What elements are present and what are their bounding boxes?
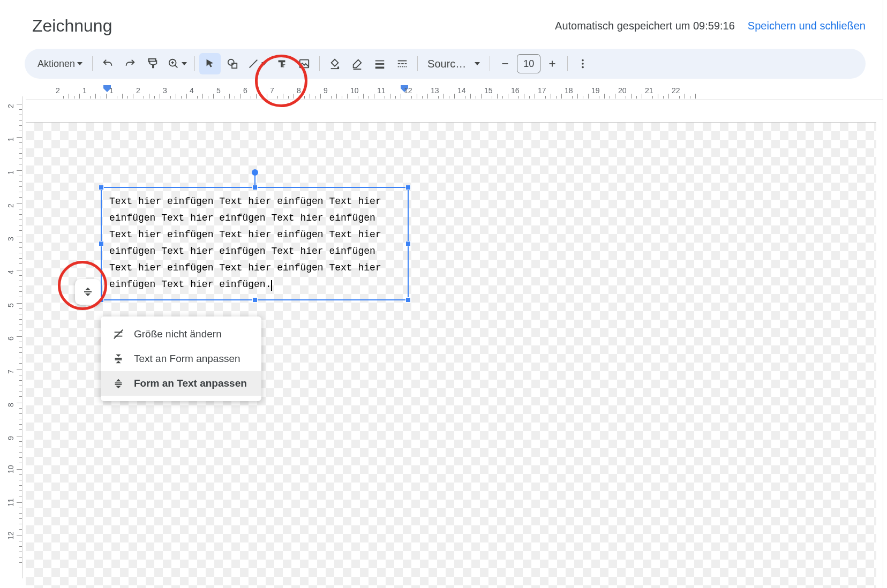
svg-rect-22 bbox=[404, 66, 405, 67]
svg-rect-30 bbox=[84, 291, 92, 292]
zoom-button[interactable] bbox=[164, 53, 190, 74]
resize-handle-ne[interactable] bbox=[405, 185, 411, 190]
resize-handle-e[interactable] bbox=[405, 241, 411, 246]
redo-button[interactable] bbox=[119, 53, 141, 74]
resize-handle-w[interactable] bbox=[99, 241, 104, 246]
chevron-down-icon bbox=[261, 62, 267, 65]
rotate-handle[interactable] bbox=[252, 169, 258, 176]
svg-point-27 bbox=[582, 59, 584, 62]
menu-label: Form an Text anpassen bbox=[134, 378, 247, 389]
font-label: Sourc… bbox=[427, 58, 466, 70]
menu-item-resize-shape[interactable]: Form an Text anpassen bbox=[101, 371, 261, 396]
svg-rect-12 bbox=[375, 61, 385, 62]
line-tool-button[interactable] bbox=[244, 53, 270, 74]
shape-tool-button[interactable] bbox=[222, 53, 243, 74]
svg-rect-18 bbox=[405, 63, 407, 64]
font-size-decrease-button[interactable] bbox=[494, 53, 516, 74]
svg-rect-14 bbox=[375, 67, 385, 69]
svg-rect-17 bbox=[401, 63, 404, 64]
undo-button[interactable] bbox=[97, 53, 118, 74]
svg-line-2 bbox=[175, 65, 178, 68]
svg-rect-6 bbox=[232, 63, 237, 68]
textbox-shape[interactable]: Text hier einfügen Text hier einfügen Te… bbox=[101, 187, 409, 300]
svg-point-28 bbox=[582, 63, 584, 65]
chevron-down-icon bbox=[182, 62, 187, 65]
svg-rect-0 bbox=[149, 59, 156, 62]
actions-label: Aktionen bbox=[37, 58, 75, 70]
svg-rect-16 bbox=[398, 63, 401, 64]
resize-handle-se[interactable] bbox=[405, 297, 411, 303]
font-size-increase-button[interactable] bbox=[542, 53, 563, 74]
svg-rect-20 bbox=[400, 66, 401, 67]
svg-line-33 bbox=[114, 330, 123, 339]
menu-label: Größe nicht ändern bbox=[134, 328, 222, 340]
svg-rect-37 bbox=[115, 384, 122, 385]
header-actions: Automatisch gespeichert um 09:59:16 Spei… bbox=[555, 20, 866, 32]
menu-item-shrink-text[interactable]: Text an Form anpassen bbox=[101, 346, 261, 371]
horizontal-ruler: 2112345678910111213141516171819202122 bbox=[26, 85, 887, 100]
svg-rect-36 bbox=[115, 382, 122, 383]
border-dash-button[interactable] bbox=[392, 53, 413, 74]
svg-line-7 bbox=[250, 60, 258, 68]
svg-text:T: T bbox=[282, 63, 285, 69]
save-and-close-button[interactable]: Speichern und schließen bbox=[748, 20, 866, 32]
menu-label: Text an Form anpassen bbox=[134, 353, 240, 365]
svg-rect-34 bbox=[115, 358, 122, 359]
svg-rect-21 bbox=[402, 66, 403, 67]
font-size-input[interactable]: 10 bbox=[517, 54, 540, 73]
toolbar: Aktionen T Sourc… 10 bbox=[25, 49, 866, 79]
drawing-canvas[interactable]: Text hier einfügen Text hier einfügen Te… bbox=[26, 122, 876, 588]
svg-rect-19 bbox=[398, 66, 399, 67]
dialog-title: Zeichnung bbox=[32, 16, 112, 36]
chevron-down-icon bbox=[77, 62, 82, 65]
chevron-down-icon bbox=[475, 62, 480, 65]
menu-item-no-resize[interactable]: Größe nicht ändern bbox=[101, 322, 261, 346]
text-cursor bbox=[271, 280, 272, 291]
paint-format-button[interactable] bbox=[142, 53, 163, 74]
separator bbox=[417, 56, 418, 71]
no-autofit-icon bbox=[112, 328, 124, 340]
svg-rect-13 bbox=[375, 63, 385, 65]
resize-handle-n[interactable] bbox=[252, 185, 258, 190]
svg-rect-23 bbox=[405, 66, 407, 67]
shrink-text-icon bbox=[112, 353, 124, 365]
font-family-dropdown[interactable]: Sourc… bbox=[422, 58, 485, 70]
autosave-status: Automatisch gespeichert um 09:59:16 bbox=[555, 20, 735, 32]
window-edge bbox=[883, 0, 887, 588]
autofit-button[interactable] bbox=[75, 279, 101, 305]
resize-handle-nw[interactable] bbox=[99, 185, 104, 190]
separator bbox=[319, 56, 320, 71]
resize-handle-s[interactable] bbox=[252, 297, 258, 303]
vertical-ruler: 21123456789101112 bbox=[5, 96, 22, 578]
border-color-button[interactable] bbox=[347, 53, 368, 74]
separator bbox=[567, 56, 568, 71]
svg-point-29 bbox=[582, 66, 584, 69]
select-tool-button[interactable] bbox=[199, 53, 221, 74]
textbox-content[interactable]: Text hier einfügen Text hier einfügen Te… bbox=[109, 196, 381, 290]
svg-rect-35 bbox=[115, 359, 122, 360]
more-options-button[interactable] bbox=[572, 53, 593, 74]
separator bbox=[92, 56, 93, 71]
svg-rect-15 bbox=[398, 61, 407, 62]
textbox-tool-button[interactable]: T bbox=[271, 53, 292, 74]
fill-color-button[interactable] bbox=[324, 53, 345, 74]
image-tool-button[interactable] bbox=[294, 53, 315, 74]
dialog-header: Zeichnung Automatisch gespeichert um 09:… bbox=[0, 0, 887, 47]
border-weight-button[interactable] bbox=[369, 53, 390, 74]
svg-point-5 bbox=[228, 59, 234, 65]
separator bbox=[194, 56, 195, 71]
autofit-menu: Größe nicht ändern Text an Form anpassen… bbox=[101, 316, 261, 401]
separator bbox=[490, 56, 490, 71]
actions-menu-button[interactable]: Aktionen bbox=[32, 53, 88, 74]
resize-shape-icon bbox=[112, 378, 124, 389]
